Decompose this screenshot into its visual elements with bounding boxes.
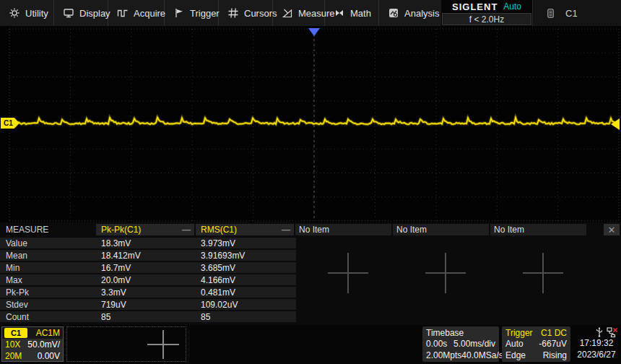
menu-item-label: Acquire [134, 8, 165, 19]
menu-item-math[interactable]: Math [325, 0, 379, 26]
channel1-descriptor-box[interactable]: C1 AC1M 10X 50.0mV/ 20M 0.00V [1, 326, 64, 362]
measure-row-label: Stdev [0, 300, 96, 310]
gear-icon [9, 7, 20, 19]
menu-item-label: Cursors [244, 8, 277, 19]
add-measure-icon[interactable] [328, 253, 368, 293]
add-channel-icon [162, 330, 164, 359]
measure-value: 3.685mV [196, 263, 235, 273]
siglent-logo: SIGLENT [452, 1, 498, 12]
menu-item-analysis[interactable]: Analysis [379, 0, 441, 26]
trigger-source: C1 DC [541, 328, 567, 338]
menu-item-label: Math [350, 8, 371, 19]
measure-column-label: Pk-Pk(C1) [101, 225, 141, 235]
system-status-box: 17:19:32 2023/6/27 [573, 326, 620, 362]
acquire-icon [117, 7, 129, 19]
measure-column-rms[interactable]: RMS(C1) — [196, 224, 294, 235]
add-channel-box[interactable] [66, 326, 186, 362]
menu-item-label: Analysis [404, 8, 439, 19]
measure-value: 4.166mV [196, 275, 235, 285]
measure-row-min: Min16.7mV3.685mV [0, 262, 296, 273]
trigger-type: Edge [505, 350, 526, 360]
measure-row-value: Value18.3mV3.973mV [0, 238, 296, 248]
measure-row-label: Count [0, 312, 96, 322]
measure-row-mean: Mean18.412mV3.91693mV [0, 250, 296, 261]
menu-item-cursors[interactable]: Cursors [219, 0, 273, 26]
menu-item-trigger[interactable]: Trigger [165, 0, 219, 26]
channel1-coupling: AC1M [36, 328, 63, 338]
active-channel-label: C1 [565, 8, 578, 19]
measure-value: 3.3mV [96, 287, 196, 298]
measure-value: 0.481mV [196, 287, 235, 298]
flag-icon [173, 7, 185, 19]
oscilloscope-screen: Utility Display Acquire Trigger Cursors … [0, 0, 621, 364]
measure-panel: MEASURE Pk-Pk(C1) — RMS(C1) — No Item No… [0, 222, 621, 325]
measure-value: 3.973mV [196, 238, 235, 248]
channel1-bandwidth: 20M [5, 351, 22, 361]
measure-row-label: Pk-Pk [0, 287, 96, 298]
channel1-offset: 0.00V [38, 351, 60, 361]
menu-item-display[interactable]: Display [54, 0, 108, 26]
measure-value: 3.91693mV [196, 251, 245, 261]
network-disconnected-icon [607, 327, 617, 337]
trigger-title: Trigger [505, 328, 533, 338]
remove-measure-icon[interactable]: — [282, 225, 290, 235]
math-icon [334, 7, 345, 19]
usb-icon [595, 327, 604, 337]
active-channel-indicator[interactable]: C1 [533, 0, 621, 26]
trigger-level: -667uV [539, 339, 567, 349]
trigger-descriptor-box[interactable]: Trigger C1 DC Auto -667uV Edge Rising [502, 326, 570, 362]
timebase-memory: 2.00Mpts [426, 350, 461, 360]
measure-row-label: Min [0, 263, 96, 273]
close-measure-panel-button[interactable]: ✕ [604, 224, 620, 235]
measure-row-count: Count8585 [0, 311, 296, 322]
measure-value: 85 [96, 312, 196, 322]
acquisition-status: Auto [503, 1, 521, 12]
menu-item-label: Display [79, 8, 110, 19]
measure-column-empty-3[interactable]: No Item [490, 224, 586, 235]
measure-column-pkpk[interactable]: Pk-Pk(C1) — [96, 224, 194, 235]
analysis-icon [388, 7, 399, 19]
bottom-status-bar: C1 AC1M 10X 50.0mV/ 20M 0.00V Timebase 0… [0, 325, 621, 364]
measure-column-empty-2[interactable]: No Item [393, 224, 489, 235]
measure-row-pkpk: Pk-Pk3.3mV0.481mV [0, 287, 296, 298]
display-icon [63, 7, 74, 19]
timebase-title: Timebase [426, 328, 464, 338]
timebase-tdiv: 5.00ms/div [453, 339, 495, 349]
cursors-icon [227, 7, 239, 19]
measure-row-stdev: Stdev719uV109.02uV [0, 299, 296, 310]
measure-value: 109.02uV [196, 300, 238, 310]
ruler-icon [282, 7, 293, 19]
measure-value: 719uV [96, 300, 196, 310]
add-measure-icon[interactable] [523, 253, 563, 293]
channel1-badge: C1 [4, 328, 27, 338]
measure-panel-title: MEASURE [0, 224, 94, 235]
trigger-slope: Rising [543, 350, 567, 360]
measure-row-label: Value [0, 238, 96, 248]
trigger-mode: Auto [505, 339, 524, 349]
add-measure-icon[interactable] [425, 253, 466, 293]
measure-column-label: RMS(C1) [201, 225, 237, 235]
menu-item-label: Utility [25, 8, 48, 19]
channel1-vdiv: 50.0mV/ [27, 339, 60, 350]
channel1-probe: 10X [5, 339, 20, 350]
measure-column-empty-1[interactable]: No Item [295, 224, 391, 235]
timebase-samplerate: 40.0MSa/s [461, 350, 503, 360]
remove-measure-icon[interactable]: — [182, 225, 191, 235]
system-time: 17:19:32 [573, 338, 620, 350]
measure-value: 20.0mV [96, 275, 196, 285]
measure-value: 16.7mV [96, 263, 196, 273]
waveform-memory-icon [546, 8, 555, 19]
menu-item-utility[interactable]: Utility [0, 0, 54, 26]
channel1-trace [0, 26, 621, 222]
menu-item-acquire[interactable]: Acquire [108, 0, 165, 26]
timebase-descriptor-box[interactable]: Timebase 0.00s 5.00ms/div 2.00Mpts 40.0M… [422, 326, 499, 362]
top-menu-bar: Utility Display Acquire Trigger Cursors … [0, 0, 621, 26]
frequency-counter: f < 2.0Hz [442, 13, 531, 25]
menu-item-measure[interactable]: Measure [273, 0, 325, 26]
trigger-level-marker[interactable] [611, 118, 620, 130]
measure-row-label: Mean [0, 251, 96, 261]
trigger-position-marker[interactable] [308, 28, 320, 36]
brand-status-block: SIGLENT Auto f < 2.0Hz [441, 0, 533, 26]
measure-row-label: Max [0, 275, 96, 285]
menu-item-label: Trigger [190, 8, 220, 19]
